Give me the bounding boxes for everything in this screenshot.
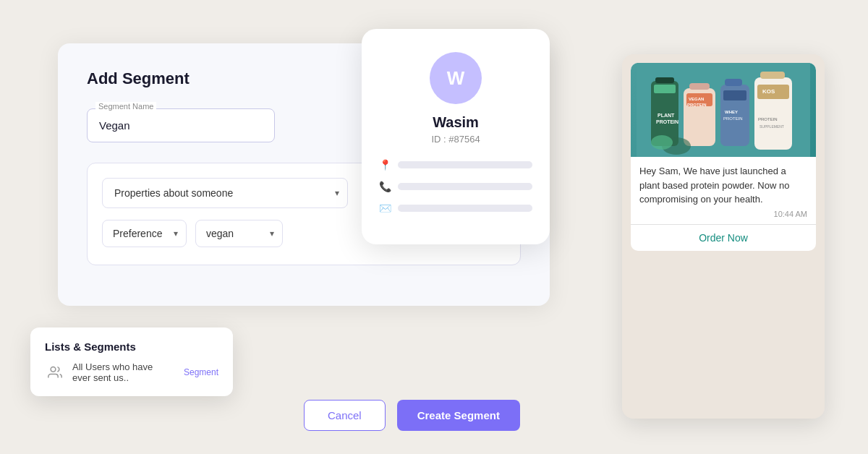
whatsapp-message-text: Hey Sam, We have just launched a plant b… (631, 157, 816, 210)
whatsapp-card: PLANT PROTEIN VEGAN PROTEIN WHEY PROTEIN (622, 54, 825, 419)
email-bar (398, 205, 532, 212)
filter-type-select[interactable]: Properties about someone Event propertie… (102, 178, 348, 208)
profile-card: W Wasim ID : #87564 📍 📞 ✉️ (362, 29, 550, 244)
message-bubble: PLANT PROTEIN VEGAN PROTEIN WHEY PROTEIN (631, 63, 816, 251)
segment-name-label: Segment Name (95, 102, 156, 111)
svg-text:PLANT: PLANT (658, 113, 675, 118)
phone-icon: 📞 (379, 181, 391, 192)
profile-email-row: ✉️ (379, 202, 532, 214)
location-icon: 📍 (379, 159, 391, 171)
preference-select[interactable]: Preference Age Gender Location (102, 220, 187, 247)
cancel-button[interactable]: Cancel (304, 400, 386, 431)
svg-point-24 (651, 135, 673, 150)
email-icon: ✉️ (379, 202, 391, 214)
svg-text:PROTEIN: PROTEIN (758, 117, 778, 121)
value-select[interactable]: vegan vegetarian omnivore pescatarian (195, 220, 283, 247)
preference-dropdown-wrapper: Preference Age Gender Location ▾ (102, 220, 187, 247)
whatsapp-time: 10:44 AM (631, 210, 816, 224)
svg-text:PROTEIN: PROTEIN (723, 116, 743, 121)
profile-location-row: 📍 (379, 159, 532, 171)
svg-rect-3 (654, 85, 676, 93)
list-item-text: All Users who have ever sent us.. (72, 361, 174, 383)
profile-id: ID : #87564 (379, 134, 532, 145)
whatsapp-bottom (622, 260, 825, 419)
avatar: W (430, 52, 482, 104)
svg-text:KOS: KOS (762, 88, 775, 95)
lists-popup: Lists & Segments All Users who have ever… (30, 327, 233, 396)
svg-text:VEGAN: VEGAN (689, 97, 704, 101)
location-bar (398, 161, 532, 168)
svg-text:SUPPLEMENT: SUPPLEMENT (760, 124, 784, 129)
profile-phone-row: 📞 (379, 181, 532, 192)
svg-rect-13 (723, 90, 746, 100)
profile-name: Wasim (379, 114, 532, 131)
svg-point-0 (51, 367, 56, 372)
phone-bar (398, 183, 532, 190)
value-dropdown-wrapper: vegan vegetarian omnivore pescatarian ▾ (195, 220, 283, 247)
segment-name-input[interactable] (87, 108, 275, 142)
list-item: All Users who have ever sent us.. Segmen… (45, 361, 218, 383)
action-buttons: Cancel Create Segment (304, 400, 520, 431)
svg-rect-16 (725, 79, 742, 86)
svg-text:PROTEIN: PROTEIN (656, 119, 678, 124)
whatsapp-cta-button[interactable]: Order Now (631, 224, 816, 251)
svg-rect-22 (760, 72, 785, 79)
create-segment-button[interactable]: Create Segment (397, 400, 520, 431)
svg-rect-6 (655, 77, 674, 83)
product-image: PLANT PROTEIN VEGAN PROTEIN WHEY PROTEIN (631, 63, 816, 157)
users-icon (45, 362, 65, 382)
lists-popup-title: Lists & Segments (45, 340, 218, 353)
svg-text:WHEY: WHEY (725, 110, 738, 114)
segment-badge: Segment (184, 367, 218, 377)
svg-text:PROTEIN: PROTEIN (687, 103, 707, 107)
svg-rect-11 (689, 83, 710, 90)
filter-dropdown-wrapper: Properties about someone Event propertie… (102, 178, 348, 208)
